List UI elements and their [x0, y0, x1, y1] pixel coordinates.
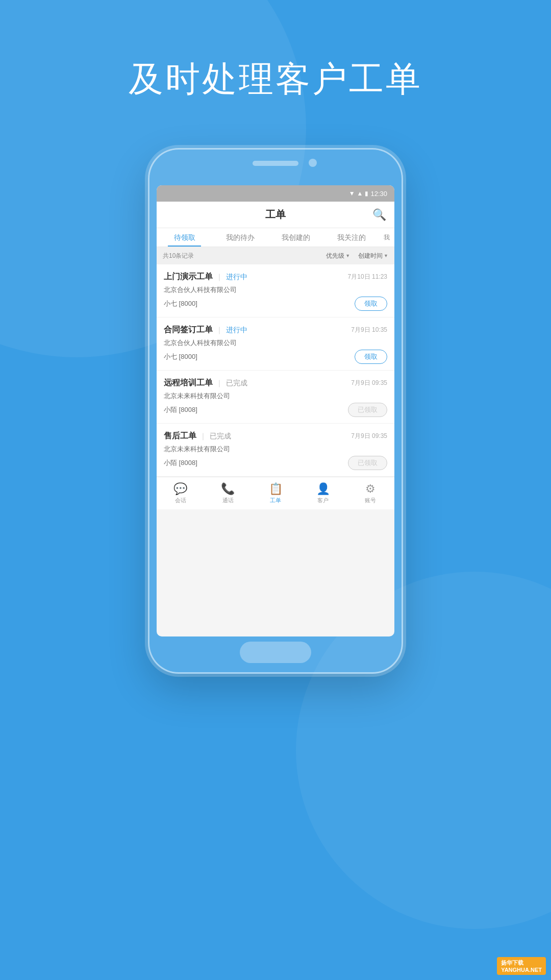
order-date-2: 7月9日 10:35	[351, 326, 387, 334]
order-bottom-3: 小陌 [8008] 已领取	[164, 403, 387, 417]
order-sep-4: ｜	[199, 432, 207, 441]
tab-my-todo[interactable]: 我的待办	[212, 228, 268, 247]
order-title-1: 上门演示工单	[164, 272, 213, 282]
order-date-1: 7月10日 11:23	[348, 273, 387, 281]
customer-icon: 👤	[316, 482, 330, 496]
order-sep-3: ｜	[216, 379, 223, 388]
phone-camera	[309, 159, 317, 167]
priority-filter-label: 优先级	[326, 252, 344, 260]
work-order-item-4[interactable]: 售后工单 ｜ 已完成 7月9日 09:35 北京未来科技有限公司 小陌 [800…	[157, 424, 394, 477]
record-count: 共10条记录	[163, 252, 326, 260]
tab-bar: 待领取 我的待办 我创建的 我关注的 我	[157, 228, 394, 247]
bottom-nav: 💬 会话 📞 通话 📋 工单 👤 客户 ⚙ 账号	[157, 477, 394, 509]
order-header-2: 合同签订工单 ｜ 进行中 7月9日 10:35	[164, 325, 387, 335]
phone-speaker	[253, 161, 298, 166]
order-status-2: 进行中	[226, 326, 247, 335]
order-status-4: 已完成	[210, 432, 231, 441]
priority-filter[interactable]: 优先级 ▼	[326, 252, 350, 260]
order-title-row-3: 远程培训工单 ｜ 已完成	[164, 378, 247, 388]
nav-call[interactable]: 📞 通话	[204, 477, 252, 509]
order-title-2: 合同签订工单	[164, 325, 213, 335]
order-bottom-2: 小七 [8000] 领取	[164, 350, 387, 364]
search-button[interactable]: 🔍	[372, 208, 386, 222]
order-sep-2: ｜	[216, 326, 223, 335]
order-company-4: 北京未来科技有限公司	[164, 445, 387, 454]
order-bottom-4: 小陌 [8008] 已领取	[164, 456, 387, 470]
work-order-list: 上门演示工单 ｜ 进行中 7月10日 11:23 北京合伙人科技有限公司 小七 …	[157, 264, 394, 477]
date-filter-label: 创建时间	[358, 252, 383, 260]
order-header-1: 上门演示工单 ｜ 进行中 7月10日 11:23	[164, 272, 387, 282]
order-date-3: 7月9日 09:35	[351, 379, 387, 387]
order-date-4: 7月9日 09:35	[351, 432, 387, 440]
filter-options: 优先级 ▼ 创建时间 ▼	[326, 252, 388, 260]
order-user-2: 小七 [8000]	[164, 352, 197, 361]
battery-icon: ▮	[365, 190, 368, 197]
watermark-line2: YANGHUA.NET	[501, 967, 542, 973]
nav-chat[interactable]: 💬 会话	[157, 477, 204, 509]
order-bottom-1: 小七 [8000] 领取	[164, 297, 387, 311]
tab-my-created[interactable]: 我创建的	[268, 228, 323, 247]
call-icon: 📞	[221, 482, 235, 496]
claim-button-1[interactable]: 领取	[355, 297, 387, 311]
app-header: 工单 🔍	[157, 202, 394, 228]
work-order-item-2[interactable]: 合同签订工单 ｜ 进行中 7月9日 10:35 北京合伙人科技有限公司 小七 […	[157, 317, 394, 371]
work-order-item-3[interactable]: 远程培训工单 ｜ 已完成 7月9日 09:35 北京未来科技有限公司 小陌 [8…	[157, 371, 394, 424]
date-filter[interactable]: 创建时间 ▼	[358, 252, 388, 260]
status-time: 12:30	[370, 190, 387, 198]
date-filter-arrow: ▼	[384, 253, 388, 258]
nav-workorder[interactable]: 📋 工单	[252, 477, 299, 509]
nav-chat-label: 会话	[175, 497, 186, 504]
filter-bar: 共10条记录 优先级 ▼ 创建时间 ▼	[157, 247, 394, 264]
order-status-1: 进行中	[226, 273, 247, 282]
nav-customer[interactable]: 👤 客户	[299, 477, 347, 509]
order-user-4: 小陌 [8008]	[164, 458, 197, 468]
nav-account-label: 账号	[365, 497, 376, 504]
tab-my-followed[interactable]: 我关注的	[323, 228, 379, 247]
order-user-1: 小七 [8000]	[164, 299, 197, 308]
order-sep-1: ｜	[216, 273, 223, 282]
tab-more[interactable]: 我	[379, 228, 394, 247]
order-company-1: 北京合伙人科技有限公司	[164, 285, 387, 295]
claimed-button-4: 已领取	[348, 456, 387, 470]
nav-account[interactable]: ⚙ 账号	[347, 477, 394, 509]
account-icon: ⚙	[365, 482, 375, 496]
claimed-button-3: 已领取	[348, 403, 387, 417]
order-header-3: 远程培训工单 ｜ 已完成 7月9日 09:35	[164, 378, 387, 388]
order-title-4: 售后工单	[164, 431, 196, 442]
nav-customer-label: 客户	[317, 497, 329, 504]
order-header-4: 售后工单 ｜ 已完成 7月9日 09:35	[164, 431, 387, 442]
tab-pending[interactable]: 待领取	[157, 228, 212, 247]
watermark-line1: 扬华下载	[501, 959, 542, 967]
phone-home-button[interactable]	[240, 642, 311, 663]
page-title: 及时处理客户工单	[0, 56, 551, 103]
order-title-row-4: 售后工单 ｜ 已完成	[164, 431, 231, 442]
order-user-3: 小陌 [8008]	[164, 405, 197, 414]
signal-icon: ▲	[357, 190, 363, 197]
order-title-row-1: 上门演示工单 ｜ 进行中	[164, 272, 247, 282]
nav-call-label: 通话	[222, 497, 234, 504]
header-title: 工单	[265, 208, 286, 222]
priority-filter-arrow: ▼	[345, 253, 350, 258]
claim-button-2[interactable]: 领取	[355, 350, 387, 364]
order-company-3: 北京未来科技有限公司	[164, 391, 387, 401]
status-icons: ▼ ▲ ▮ 12:30	[349, 190, 387, 198]
status-bar: ▼ ▲ ▮ 12:30	[157, 185, 394, 202]
order-company-2: 北京合伙人科技有限公司	[164, 338, 387, 348]
phone-screen: ▼ ▲ ▮ 12:30 工单 🔍 待领取 我的待办 我创建的 我关注的 我 共1…	[157, 185, 394, 636]
nav-workorder-label: 工单	[270, 497, 281, 504]
order-title-3: 远程培训工单	[164, 378, 213, 388]
watermark: 扬华下载 YANGHUA.NET	[497, 957, 546, 975]
phone-frame: ▼ ▲ ▮ 12:30 工单 🔍 待领取 我的待办 我创建的 我关注的 我 共1…	[148, 148, 403, 674]
order-status-3: 已完成	[226, 379, 247, 388]
chat-icon: 💬	[173, 482, 187, 496]
wifi-icon: ▼	[349, 190, 355, 197]
order-title-row-2: 合同签订工单 ｜ 进行中	[164, 325, 247, 335]
workorder-icon: 📋	[269, 482, 283, 496]
work-order-item-1[interactable]: 上门演示工单 ｜ 进行中 7月10日 11:23 北京合伙人科技有限公司 小七 …	[157, 264, 394, 317]
